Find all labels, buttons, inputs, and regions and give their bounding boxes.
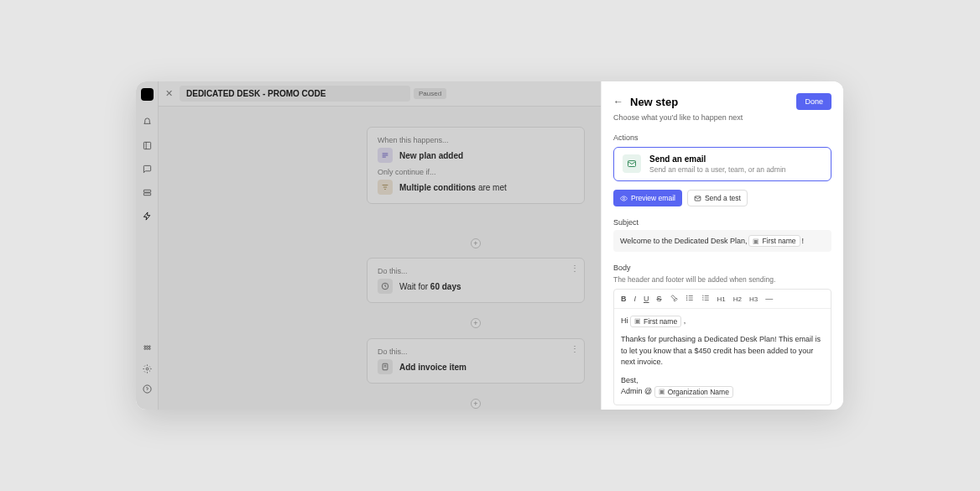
panel-title: New step: [630, 96, 796, 108]
body-note: The header and footer will be added when…: [613, 275, 831, 284]
svg-point-6: [143, 347, 145, 349]
plan-icon: [378, 148, 393, 163]
divider-icon[interactable]: —: [765, 295, 773, 303]
variable-token[interactable]: ▣First name: [748, 235, 800, 247]
action-send-email[interactable]: Send an email Send an email to a user, t…: [613, 147, 831, 181]
svg-point-7: [146, 347, 148, 349]
svg-rect-1: [143, 190, 150, 192]
apps-icon[interactable]: [141, 342, 153, 354]
editor-content[interactable]: Hi ▣First name , Thanks for purchasing a…: [614, 309, 831, 405]
chat-icon[interactable]: [141, 163, 153, 175]
italic-icon[interactable]: I: [634, 295, 637, 303]
underline-icon[interactable]: U: [644, 295, 649, 303]
variable-token[interactable]: ▣Organization Name: [654, 386, 733, 398]
clock-icon: [378, 279, 393, 294]
layout-icon[interactable]: [141, 139, 153, 151]
step-label: Do this...: [378, 267, 574, 275]
svg-rect-0: [143, 142, 150, 149]
actions-label: Actions: [613, 133, 831, 142]
preview-email-button[interactable]: Preview email: [613, 190, 682, 206]
bullet-list-icon[interactable]: [685, 294, 694, 304]
send-test-button[interactable]: Send a test: [687, 190, 748, 206]
bell-icon[interactable]: [141, 116, 153, 128]
svg-point-9: [146, 368, 149, 370]
svg-point-8: [149, 347, 150, 349]
topbar: ✕ DEDICATED DESK - PROMO CODE Paused: [159, 81, 601, 107]
svg-point-10: [143, 384, 150, 392]
done-button[interactable]: Done: [796, 93, 831, 110]
svg-point-17: [686, 298, 687, 299]
add-step-plus[interactable]: +: [471, 238, 481, 248]
body-editor: B I U S H1 H2 H3 — Hi ▣First name , Than…: [613, 289, 831, 405]
back-icon[interactable]: ←: [613, 96, 623, 107]
condition-label: Only continue if...: [378, 168, 574, 176]
subject-label: Subject: [613, 218, 831, 227]
app-logo[interactable]: [141, 88, 154, 101]
invoice-text: Add invoice item: [399, 363, 467, 372]
editor-toolbar: B I U S H1 H2 H3 —: [614, 290, 831, 309]
add-step-plus[interactable]: +: [471, 318, 481, 328]
trigger-label: When this happens...: [378, 136, 574, 144]
cards-icon[interactable]: [141, 186, 153, 198]
filter-icon: [378, 180, 393, 195]
close-icon[interactable]: ✕: [165, 88, 173, 99]
svg-point-4: [146, 345, 148, 347]
add-step-plus[interactable]: +: [471, 399, 481, 409]
svg-point-16: [686, 295, 687, 296]
svg-rect-2: [143, 192, 150, 195]
workflow-title[interactable]: DEDICATED DESK - PROMO CODE: [180, 86, 410, 102]
action-desc: Send an email to a user, team, or an adm…: [649, 165, 786, 174]
trigger-card[interactable]: When this happens... New plan added Only…: [367, 127, 585, 204]
invoice-card[interactable]: ⋮ Do this... Add invoice item: [367, 338, 585, 384]
step-label: Do this...: [378, 347, 574, 356]
highlight-icon[interactable]: [670, 294, 678, 304]
mail-icon: [623, 154, 641, 173]
strike-icon[interactable]: S: [657, 295, 662, 303]
body-label: Body: [613, 264, 831, 272]
wait-text: Wait for 60 days: [399, 282, 461, 291]
subject-input[interactable]: Welcome to the Dedicated Desk Plan, ▣Fir…: [613, 230, 831, 252]
ordered-list-icon[interactable]: [701, 294, 710, 304]
card-menu-icon[interactable]: ⋮: [571, 344, 579, 353]
invoice-icon: [378, 359, 393, 374]
trigger-text: New plan added: [399, 151, 463, 160]
svg-point-3: [143, 345, 145, 347]
condition-text: Multiple conditions are met: [399, 183, 507, 192]
panel-subtitle: Choose what you'd like to happen next: [613, 113, 831, 122]
h3-icon[interactable]: H3: [749, 295, 758, 303]
wait-card[interactable]: ⋮ Do this... Wait for 60 days: [367, 258, 585, 303]
action-title: Send an email: [649, 154, 786, 164]
step-panel: ← New step Done Choose what you'd like t…: [601, 81, 843, 410]
gear-icon[interactable]: [141, 363, 153, 374]
svg-point-5: [149, 345, 150, 347]
bold-icon[interactable]: B: [621, 295, 627, 303]
flow-canvas[interactable]: When this happens... New plan added Only…: [159, 107, 601, 410]
automation-icon[interactable]: [141, 210, 153, 222]
help-icon[interactable]: [141, 383, 153, 394]
variable-token[interactable]: ▣First name: [630, 316, 681, 327]
svg-point-18: [686, 300, 687, 300]
svg-point-14: [623, 197, 624, 199]
card-menu-icon[interactable]: ⋮: [571, 264, 579, 273]
left-nav-rail: [136, 81, 159, 410]
h2-icon[interactable]: H2: [733, 295, 742, 303]
h1-icon[interactable]: H1: [717, 295, 726, 303]
status-badge: Paused: [414, 88, 446, 99]
